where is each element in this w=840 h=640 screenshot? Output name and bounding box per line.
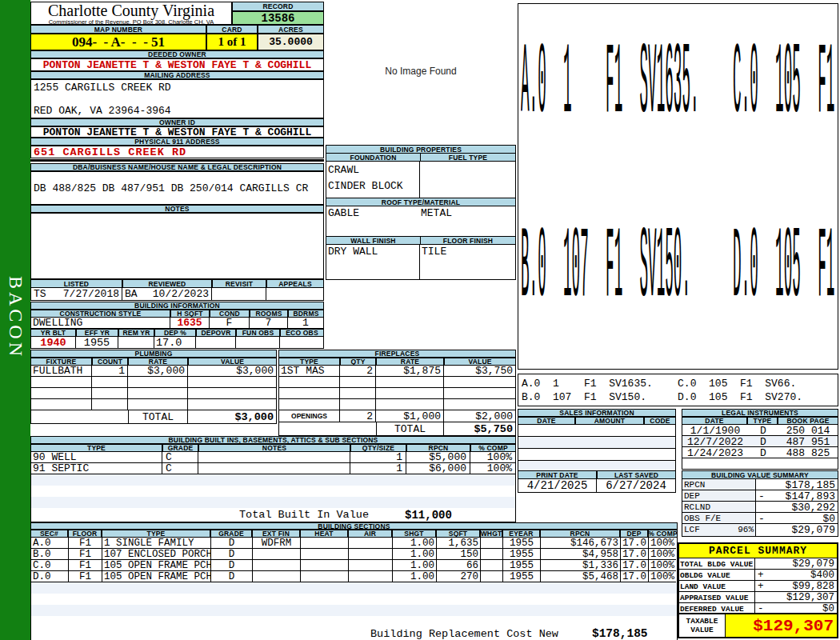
owner-id-value: PONTON JEANETTE T & WESTON FAYE T & COGH…	[30, 126, 324, 138]
legal-description-section: DBA/BUISNESS NAME/HOUSE NAME & LEGAL DES…	[30, 163, 324, 205]
parcel-summary: PARCEL SUMMARY TOTAL BLDG VALUE $29,079 …	[678, 542, 838, 638]
taxable-value-row: TAXABLE VALUE $129,307	[679, 614, 837, 637]
mailing-address-label: MAILING ADDRESS	[30, 71, 324, 79]
builtins-grade: C	[162, 452, 198, 463]
builtins-col-grade: GRADE	[162, 444, 198, 452]
record-label: RECORD	[232, 2, 324, 11]
bdrms-label: BDRMS	[288, 310, 324, 318]
appeals-label: APPEALS	[266, 279, 324, 288]
record-box: RECORD 13586	[232, 2, 324, 25]
legal-col-date: DATE	[682, 417, 747, 425]
bvs-label: OBS F/E	[684, 514, 721, 522]
legal-title: LEGAL INSTRUMENTS	[682, 409, 838, 417]
effyr-label: EFF YR	[76, 329, 118, 337]
bvs-row: LCF96% $29,079	[682, 524, 838, 536]
building-section-row-empty	[31, 582, 677, 594]
builtins-notes	[198, 452, 350, 463]
fireplaces-total-label: TOTAL	[376, 422, 444, 435]
card-value[interactable]: 1 of 1	[206, 34, 258, 50]
parcel-value: $0	[822, 603, 834, 613]
print-date-label: PRINT DATE	[518, 470, 597, 479]
fireplaces-col-type: TYPE	[278, 358, 340, 366]
roof-material-value: METAL	[421, 207, 452, 219]
remyr-label: REM YR	[118, 329, 154, 337]
parcel-value: $99,828	[792, 581, 834, 591]
owner-id-section: OWNER ID PONTON JEANETTE T & WESTON FAYE…	[30, 118, 324, 138]
parcel-label: OBLDG VALUE	[679, 570, 755, 580]
sales-row-empty	[518, 449, 675, 461]
legal-bookpage: 488 825	[778, 447, 838, 458]
sections-col-grade: GRADE	[210, 530, 252, 538]
acres-label: ACRES	[258, 25, 324, 34]
builtins-rpcn: $6,000	[406, 463, 470, 474]
sales-row-empty	[518, 425, 675, 437]
funobs-value	[236, 337, 280, 348]
county-title-box: Charlotte County Virginia Commissioner o…	[30, 2, 232, 25]
hsqft-label: H SQFT	[170, 310, 210, 318]
plumbing-col-rate: RATE	[128, 358, 188, 366]
plumbing-col-count: COUNT	[92, 358, 128, 366]
building-properties-title: BUILDING PROPERTIES	[326, 146, 515, 154]
section-divider	[30, 159, 324, 162]
mailing-address-line1: 1255 CARGILLS CREEK RD	[34, 82, 321, 94]
sections-col-rpcn: RPCN	[540, 530, 620, 538]
record-value[interactable]: 13586	[232, 11, 324, 25]
sections-col-sec: SEC#	[30, 530, 68, 538]
legal-instruments-table: LEGAL INSTRUMENTS DATE TYPE BOOK PAGE 1/…	[682, 409, 838, 470]
built-ins-table: BUILDING BUILT INS, BASEMENTS, ATTICS & …	[30, 436, 516, 522]
fuel-type-value	[420, 162, 515, 198]
legal-col-bookpage: BOOK PAGE	[778, 417, 838, 425]
listed-label: LISTED	[30, 279, 122, 288]
foundation-value: CRAWL CINDER BLOCK	[326, 162, 420, 198]
legal-date: 1/24/2023	[682, 447, 748, 458]
builtins-col-type: TYPE	[30, 444, 162, 452]
sections-col-floor: FLOOR	[68, 530, 102, 538]
last-saved-label: LAST SAVED	[597, 470, 676, 479]
builtins-col-qty: QTY/SIZE	[350, 444, 406, 452]
bvs-label: DEP	[684, 491, 700, 500]
parcel-label: APPRAISED VALUE	[679, 592, 755, 602]
builtins-col-comp: % COMP	[470, 444, 516, 452]
mailing-address-section: MAILING ADDRESS 1255 CARGILLS CREEK RD R…	[30, 71, 324, 118]
ecoobs-label: ECO OBS	[280, 329, 324, 337]
builtins-qty: 1	[350, 452, 406, 463]
bvs-value: $29,079	[791, 524, 835, 536]
map-number-label: MAP NUMBER	[30, 25, 206, 34]
builtins-col-rpcn: RPCN	[406, 444, 470, 452]
listed-by: TS	[34, 288, 46, 300]
builtins-type: 91 SEPTIC	[31, 463, 162, 474]
map-number-value[interactable]: 094- - A- - - 51	[30, 34, 206, 50]
building-section-row: C.0F1105 OPEN FRAME PCHD1.00661955$1,336…	[31, 560, 677, 571]
fireplace-qty: 2	[340, 366, 376, 377]
deeded-owner-section: DEEDED OWNER PONTON JEANETTE T & WESTON …	[30, 50, 324, 71]
fuel-type-label: FUEL TYPE	[421, 154, 515, 162]
dep-value: 17.0	[154, 337, 196, 348]
floor-finish-value: TILE	[420, 245, 515, 279]
building-section-row-empty	[31, 605, 677, 616]
fireplace-value: $3,750	[444, 366, 515, 377]
acres-value[interactable]: 35.0000	[258, 34, 324, 50]
listed-date: 7/27/2018	[63, 288, 119, 300]
revisit-value	[212, 288, 266, 300]
mailing-address-line2: RED OAK, VA 23964-3964	[34, 105, 321, 117]
builtins-comp: 100%	[470, 452, 515, 463]
no-image-message: No Image Found	[385, 66, 456, 77]
cond-value: F	[210, 318, 250, 328]
bvs-value: $178,185	[786, 479, 835, 490]
built-ins-total-label: Total Built In Value	[239, 509, 369, 521]
vendor-logo: BACON	[5, 276, 26, 359]
wall-finish-label: WALL FINISH	[326, 237, 421, 245]
plumbing-rate: $3,000	[128, 366, 188, 377]
sales-row-empty	[518, 437, 675, 449]
hsqft-value: 1635	[170, 318, 210, 328]
legal-description-value: DB 488/825 DB 487/951 DB 250/014 CARGILL…	[30, 171, 324, 205]
built-ins-row: 91 SEPTIC C 1 $6,000 100%	[31, 463, 515, 474]
last-saved-value: 6/27/2024	[597, 479, 675, 492]
sketch-panel[interactable]: A.0 1 F1 SV1635. C.0 105 F1 SV66. B.0 10…	[518, 3, 838, 370]
reviewed-by: BA	[125, 288, 138, 300]
legal-date: 1/1/1900	[682, 425, 748, 435]
depovr-label: DEPOVR	[196, 329, 236, 337]
sales-col-code: CODE	[644, 417, 676, 425]
effyr-value: 1955	[76, 337, 118, 348]
builtins-rpcn: $5,000	[406, 452, 470, 463]
